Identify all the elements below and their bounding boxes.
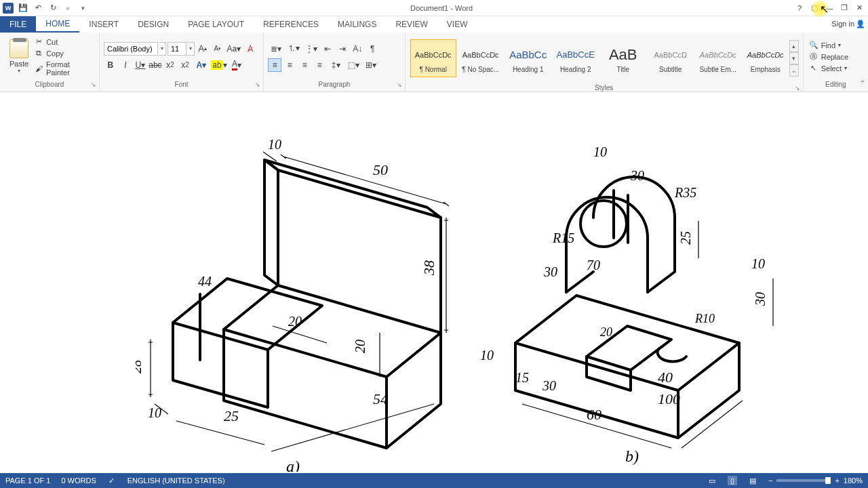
align-left-icon[interactable]: ≡ [268,58,281,72]
strike-icon[interactable]: abc [149,58,162,72]
align-center-icon[interactable]: ≡ [283,58,296,72]
zoom-out-icon[interactable]: − [768,476,772,485]
qat-customize-icon[interactable]: ▾ [77,3,88,14]
svg-text:30: 30 [543,264,557,279]
drawing-b: 10 30 R35 R15 25 30 70 10 30 20 R10 10 1… [468,119,787,465]
dec-indent-icon[interactable]: ⇤ [321,42,334,56]
inc-indent-icon[interactable]: ⇥ [336,42,349,56]
tab-review[interactable]: REVIEW [386,16,437,33]
font-dialog-icon[interactable]: ↘ [255,81,260,88]
superscript-icon[interactable]: x2 [178,58,192,72]
justify-icon[interactable]: ≡ [313,58,326,72]
styles-gallery[interactable]: AaBbCcDc¶ Normal AaBbCcDc¶ No Spac... Aa… [410,34,799,83]
status-words[interactable]: 0 WORDS [61,476,96,485]
web-layout-icon[interactable]: ▤ [748,476,757,485]
line-spacing-icon[interactable]: ‡▾ [328,58,344,72]
align-right-icon[interactable]: ≡ [298,58,311,72]
tab-insert[interactable]: INSERT [79,16,128,33]
help-icon[interactable]: ? [795,3,804,13]
styles-scroll-down-icon[interactable]: ▾ [789,52,799,64]
tab-references[interactable]: REFERENCES [254,16,328,33]
copy-button[interactable]: ⧉Copy [34,49,95,58]
text-effects-icon[interactable]: A▾ [193,58,210,72]
font-name-dropdown[interactable]: ▾ [159,42,166,56]
zoom-slider[interactable] [776,479,831,482]
style-emphasis[interactable]: AaBbCcDcEmphasis [743,39,789,77]
bold-icon[interactable]: B [104,58,117,72]
zoom-value[interactable]: 180% [844,476,863,485]
sign-in[interactable]: Sign in👤 [831,19,865,28]
ribbon-display-icon[interactable]: ▢ [810,3,819,13]
svg-text:54: 54 [373,390,388,407]
clear-format-icon[interactable]: A̷ [243,42,257,56]
save-icon[interactable]: 💾 [18,3,28,14]
close-icon[interactable]: ✕ [854,3,864,13]
group-label-clipboard: Clipboard↘ [0,81,99,92]
font-color-icon[interactable]: A▾ [229,58,245,72]
format-painter-button[interactable]: 🖌Format Painter [34,60,95,77]
cut-button[interactable]: ✂Cut [34,37,95,47]
svg-text:10: 10 [148,405,161,420]
highlight-icon[interactable]: ab▾ [211,58,227,72]
tab-page-layout[interactable]: PAGE LAYOUT [178,16,254,33]
tab-file[interactable]: FILE [0,16,36,33]
styles-more-icon[interactable]: ⌄ [789,64,799,77]
borders-icon[interactable]: ⊞▾ [363,58,379,72]
styles-scroll-up-icon[interactable]: ▴ [789,40,799,52]
read-mode-icon[interactable]: ▭ [707,476,717,485]
shading-icon[interactable]: ⬚▾ [345,58,361,72]
style-no-spacing[interactable]: AaBbCcDc¶ No Spac... [458,39,504,77]
svg-text:20: 20 [353,340,368,353]
ribbon-tabs: FILE HOME INSERT DESIGN PAGE LAYOUT REFE… [0,16,868,33]
styles-dialog-icon[interactable]: ↘ [795,85,800,92]
tab-design[interactable]: DESIGN [128,16,178,33]
svg-text:25: 25 [678,231,693,245]
change-case-icon[interactable]: Aa▾ [226,42,242,56]
style-heading1[interactable]: AaBbCcHeading 1 [505,39,551,77]
shrink-font-icon[interactable]: A▾ [211,42,224,56]
redo-icon[interactable]: ↻ [47,3,58,14]
minimize-icon[interactable]: — [825,3,834,13]
collapse-ribbon-icon[interactable]: ˆ [861,80,864,89]
spellcheck-icon[interactable]: ✓ [107,476,117,485]
sort-icon[interactable]: A↓ [351,42,364,56]
subscript-icon[interactable]: x2 [163,58,177,72]
newdoc-icon[interactable]: ▫ [62,3,73,14]
bullets-icon[interactable]: ≣▾ [268,42,284,56]
italic-icon[interactable]: I [119,58,132,72]
status-page[interactable]: PAGE 1 OF 1 [5,476,50,485]
style-title[interactable]: AaBTitle [600,39,646,77]
group-label-styles: Styles↘ [406,84,803,92]
style-normal[interactable]: AaBbCcDc¶ Normal [410,39,456,77]
numbering-icon[interactable]: ⒈▾ [285,42,302,56]
style-heading2[interactable]: AaBbCcEHeading 2 [553,39,599,77]
font-size-field[interactable] [167,42,186,56]
underline-icon[interactable]: U▾ [134,58,147,72]
multilevel-icon[interactable]: ⋮▾ [303,42,319,56]
undo-icon[interactable]: ↶ [33,3,43,14]
print-layout-icon[interactable]: ▯ [728,476,737,485]
paragraph-dialog-icon[interactable]: ↘ [397,81,402,88]
status-language[interactable]: ENGLISH (UNITED STATES) [127,476,225,485]
clipboard-dialog-icon[interactable]: ↘ [91,81,96,88]
style-subtle-em[interactable]: AaBbCcDcSubtle Em... [695,39,741,77]
tab-view[interactable]: VIEW [437,16,477,33]
select-button[interactable]: ↖Select▾ [809,64,848,73]
svg-text:70: 70 [587,258,600,272]
style-subtitle[interactable]: AaBbCcDSubtitle [648,39,694,77]
font-size-dropdown[interactable]: ▾ [188,42,195,56]
zoom-in-icon[interactable]: + [835,476,839,485]
tab-home[interactable]: HOME [36,16,79,33]
replace-button[interactable]: ⓐReplace [809,52,848,62]
find-button[interactable]: 🔍Find▾ [809,41,848,50]
maximize-icon[interactable]: ❐ [840,3,849,13]
font-name-field[interactable] [104,42,158,56]
svg-text:10: 10 [593,144,607,159]
grow-font-icon[interactable]: A▴ [196,42,210,56]
document-area[interactable]: 10 50 38 44 20 20 28 10 25 54 a) [0,92,868,473]
svg-text:10: 10 [268,137,281,152]
tab-mailings[interactable]: MAILINGS [328,16,386,33]
show-marks-icon[interactable]: ¶ [366,42,379,56]
paste-button[interactable]: Paste ▾ [4,37,34,77]
svg-text:R10: R10 [694,312,715,325]
